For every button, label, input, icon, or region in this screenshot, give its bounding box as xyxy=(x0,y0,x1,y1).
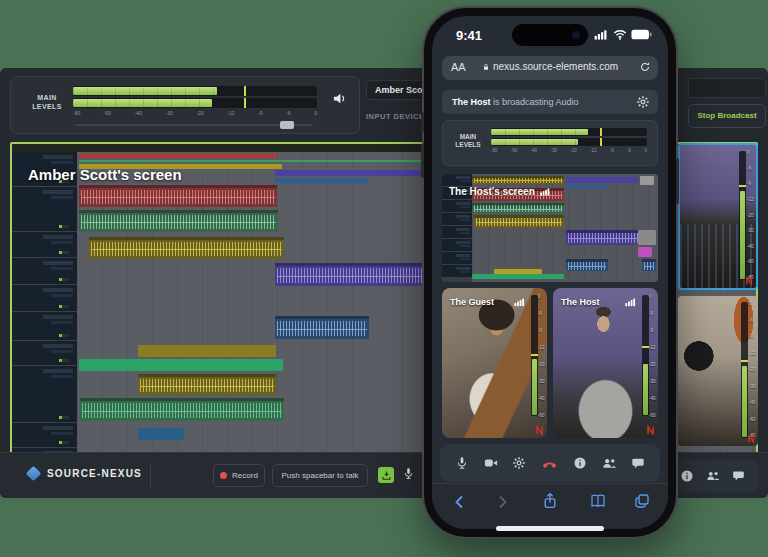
settings-gear-icon[interactable] xyxy=(512,456,526,470)
video-tiles-row: The Guest 0-6-9-12-20-30-40-60 The Host xyxy=(442,288,658,438)
shared-screen-label: Amber Scott's screen xyxy=(28,166,182,183)
microphone-icon[interactable] xyxy=(455,456,469,470)
tick-label: -12 xyxy=(538,345,546,350)
tick-label: -20 xyxy=(649,362,657,367)
waveform xyxy=(82,403,282,418)
nexus-logo-icon xyxy=(535,425,545,435)
tile-meter-peak xyxy=(741,360,748,362)
reload-icon[interactable] xyxy=(639,61,651,73)
phone-main-levels-panel: MAIN LEVELS -80-60-40-30-20-12-9-60 xyxy=(442,120,658,166)
tick-label: -80 xyxy=(491,148,498,153)
talkback-icon[interactable] xyxy=(378,467,394,483)
tick-label: -20 xyxy=(538,362,546,367)
daw-clip xyxy=(79,359,283,371)
tick-label: -6 xyxy=(649,311,657,316)
push-to-talk-label: Push spacebar to talk xyxy=(282,471,359,480)
daw-clip xyxy=(638,230,656,245)
tick-label: -12 xyxy=(649,345,657,350)
push-to-talk-button[interactable]: Push spacebar to talk xyxy=(272,464,368,487)
phone-power-button xyxy=(676,158,679,204)
tick-label: -80 xyxy=(73,110,80,116)
daw-clip xyxy=(640,176,654,185)
browser-address-bar[interactable]: AA nexus.source-elements.com xyxy=(442,56,658,80)
page: MAIN LEVELS L R -80-60-40-30-20-12-9-60 xyxy=(0,0,768,557)
meter-peak-marker xyxy=(600,138,602,146)
iphone-mockup: 9:41 AA nexus.source-elements.com xyxy=(424,8,676,537)
waveform xyxy=(277,321,367,336)
participants-icon[interactable] xyxy=(706,469,720,483)
signal-bars-icon xyxy=(540,187,551,196)
daw-clip xyxy=(566,185,608,188)
cellular-icon xyxy=(594,29,609,40)
input-device-dropdown[interactable] xyxy=(688,78,766,98)
tick-label: -6 xyxy=(749,318,757,323)
video-tile-guest[interactable]: The Guest 0-6-9-12-20-30-40-60 xyxy=(442,288,547,438)
tabs-icon[interactable] xyxy=(634,493,650,509)
tile-meter-fill xyxy=(740,191,745,279)
waveform xyxy=(140,379,274,393)
bookmarks-icon[interactable] xyxy=(590,493,606,509)
tick-label: -40 xyxy=(135,110,142,116)
tick-label: -60 xyxy=(649,413,657,418)
tick-label: -30 xyxy=(538,379,546,384)
tick-label: -9 xyxy=(258,110,262,116)
status-icons xyxy=(594,29,652,40)
broadcast-status-row: The Host is broadcasting Audio xyxy=(442,90,658,114)
daw-clip xyxy=(79,185,277,207)
chat-icon[interactable] xyxy=(631,456,645,470)
hang-up-icon[interactable] xyxy=(541,455,558,472)
meter-scale: -80-60-40-30-20-12-9-60 xyxy=(73,110,317,116)
settings-gear-icon[interactable] xyxy=(636,95,650,109)
app-brand-label: SOURCE-NEXUS xyxy=(47,468,142,479)
tick-label: -40 xyxy=(749,400,757,405)
chat-icon[interactable] xyxy=(732,469,745,482)
divider xyxy=(150,465,151,487)
camera-icon[interactable] xyxy=(484,456,498,470)
meter-right-fill xyxy=(491,139,578,145)
stop-broadcast-button[interactable]: Stop Broadcast xyxy=(688,104,766,128)
video-tile-host[interactable]: The Host 0-6-9-12-20-30-40-60 xyxy=(553,288,658,438)
speaker-icon[interactable] xyxy=(332,91,347,106)
remote-video-tile[interactable]: 0-6-9-12-20-30-40-60-80 xyxy=(678,296,758,446)
waveform xyxy=(476,218,562,227)
tick-label: -12 xyxy=(749,351,757,356)
host-shared-screen[interactable]: The Host's screen xyxy=(442,174,658,282)
participants-icon[interactable] xyxy=(602,456,617,471)
tile-name-label: The Guest xyxy=(450,297,494,307)
meter-right-fill xyxy=(73,99,212,107)
phone-stereo-meter: -80-60-40-30-20-12-9-60 xyxy=(491,128,647,153)
shared-screen-label: The Host's screen xyxy=(449,186,551,197)
waveform xyxy=(644,262,654,270)
share-icon[interactable] xyxy=(542,492,559,509)
meter-left-fill xyxy=(491,129,588,135)
tile-meter-scale: 0-6-9-12-20-30-40-60-80 xyxy=(749,301,757,438)
tile-meter-peak xyxy=(642,346,649,348)
info-icon[interactable] xyxy=(680,469,694,483)
back-icon[interactable] xyxy=(452,494,468,510)
daw-clip xyxy=(472,274,564,279)
forward-icon[interactable] xyxy=(494,494,510,510)
waveform xyxy=(81,190,275,205)
waveform xyxy=(474,178,562,183)
tick-label: -30 xyxy=(649,379,657,384)
output-volume-slider[interactable] xyxy=(75,124,313,126)
tile-meter-fill xyxy=(532,359,537,415)
signal-bars-icon xyxy=(514,297,526,307)
microphone-icon[interactable] xyxy=(402,467,415,480)
record-button[interactable]: Record xyxy=(213,464,265,487)
tick-label: -30 xyxy=(166,110,173,116)
meter-peak-marker xyxy=(244,98,246,108)
tick-label: 0 xyxy=(749,301,757,306)
remote-video-tile-selected[interactable]: 0-6-9-12-20-30-40-60-80 xyxy=(678,143,758,290)
home-indicator[interactable] xyxy=(496,526,604,531)
tick-label: -40 xyxy=(538,396,546,401)
waveform xyxy=(81,215,276,230)
tick-label: -40 xyxy=(747,244,755,249)
tick-label: -40 xyxy=(649,396,657,401)
volume-slider-handle[interactable] xyxy=(280,121,294,129)
tick-label: -12 xyxy=(590,148,597,153)
daw-clip xyxy=(275,316,369,339)
info-icon[interactable] xyxy=(573,456,587,470)
meter-scale: -80-60-40-30-20-12-9-60 xyxy=(491,148,647,153)
tick-label: -60 xyxy=(747,259,755,264)
